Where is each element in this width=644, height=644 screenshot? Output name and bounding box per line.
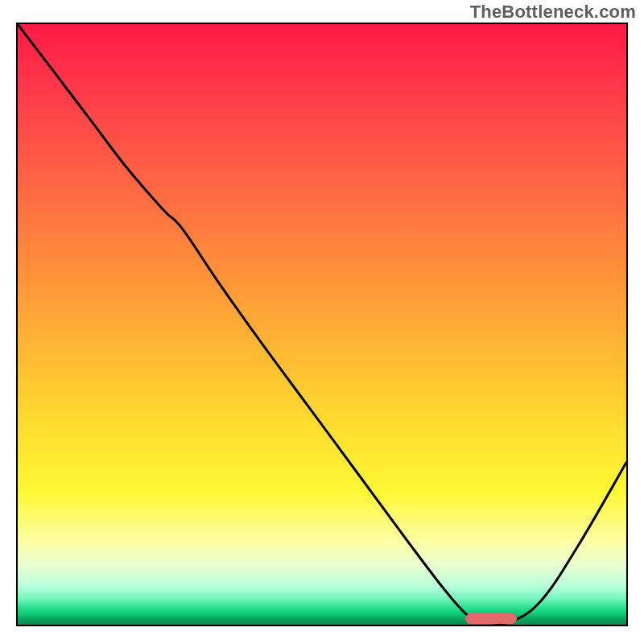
plot-area	[16, 23, 628, 626]
bottleneck-curve	[18, 24, 626, 625]
curve-path	[18, 24, 626, 624]
chart-stage: TheBottleneck.com	[0, 0, 644, 644]
watermark-text: TheBottleneck.com	[470, 2, 636, 23]
optimal-range-marker	[465, 613, 517, 624]
